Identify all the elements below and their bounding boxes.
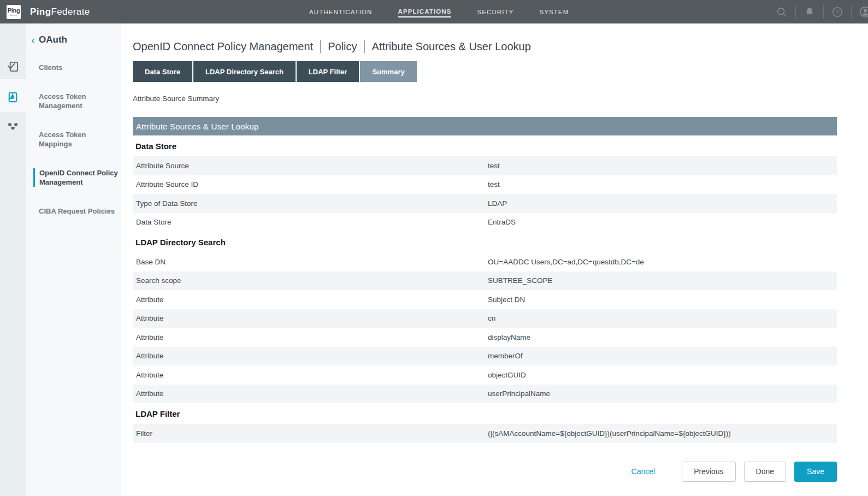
- row-label: Attribute Source ID: [136, 180, 488, 188]
- summary-description: Attribute Source Summary: [133, 95, 837, 103]
- wizard-tabs: Data Store LDAP Directory Search LDAP Fi…: [133, 61, 837, 82]
- cancel-link[interactable]: Cancel: [631, 467, 656, 476]
- row-value: LDAP: [488, 199, 837, 208]
- sidebar-item-access-token-mappings[interactable]: Access Token Mappings: [31, 130, 119, 149]
- row-label: Attribute Source: [136, 162, 488, 170]
- row-value: objectGUID: [488, 371, 837, 379]
- pencil-square-icon[interactable]: [7, 91, 19, 103]
- sidebar-item-clients[interactable]: Clients: [31, 63, 119, 72]
- nav-item-system[interactable]: SYSTEM: [539, 7, 569, 17]
- summary-row: Base DNOU=AADDC Users,DC=ad,DC=questdb,D…: [133, 252, 837, 271]
- section-title: Data Store: [135, 140, 837, 152]
- top-nav-icons: ?: [775, 0, 868, 23]
- previous-button[interactable]: Previous: [682, 462, 735, 482]
- row-value: displayName: [488, 333, 837, 341]
- logo-text: Ping: [8, 8, 20, 14]
- row-label: Type of Data Store: [136, 199, 488, 208]
- summary-row: AttributedisplayName: [133, 328, 837, 347]
- summary-panel-header: Attribute Sources & User Lookup: [133, 117, 837, 135]
- sidebar-item-access-token-management[interactable]: Access Token Management: [31, 92, 119, 110]
- summary-row: AttributeSubject DN: [133, 290, 837, 309]
- nav-item-applications[interactable]: APPLICATIONS: [398, 6, 452, 17]
- summary-row: Search scopeSUBTREE_SCOPE: [133, 271, 837, 291]
- save-button[interactable]: Save: [794, 462, 837, 482]
- sidebar-item-ciba-request-policies[interactable]: CIBA Request Policies: [31, 206, 119, 216]
- sidebar-icon-rail: [0, 23, 26, 496]
- section-title: LDAP Directory Search: [135, 237, 837, 248]
- row-label: Data Store: [136, 218, 488, 226]
- footer-actions: Cancel Previous Done Save: [133, 462, 837, 482]
- row-value: (|(sAMAccountName=${objectGUID})(userPri…: [488, 429, 837, 438]
- sidebar-back-oauth[interactable]: ‹ OAuth: [31, 34, 121, 45]
- main-content: OpenID Connect Policy Management Policy …: [121, 23, 868, 496]
- summary-row: AttributeuserPrincipalName: [133, 385, 837, 404]
- summary-row: AttributeobjectGUID: [133, 365, 837, 385]
- sidebar-section-title: OAuth: [39, 34, 67, 45]
- product-name-rest: Federate: [51, 7, 90, 17]
- done-button[interactable]: Done: [744, 462, 786, 482]
- row-label: Base DN: [136, 258, 488, 266]
- row-value: Subject DN: [488, 296, 837, 304]
- partners-heart-icon[interactable]: [7, 120, 19, 132]
- summary-row: Attributecn: [133, 309, 837, 328]
- row-value: EntraDS: [488, 218, 837, 226]
- nav-divider: [795, 5, 796, 19]
- product-name-bold: Ping: [30, 7, 51, 17]
- row-value: test: [488, 180, 837, 188]
- top-nav-bar: Ping Identity PingFederate AUTHENTICATIO…: [0, 0, 868, 23]
- logo-subtext: Identity: [10, 14, 17, 16]
- row-label: Attribute: [136, 389, 488, 398]
- chevron-left-icon: ‹: [31, 35, 35, 45]
- breadcrumb-divider: [364, 40, 365, 53]
- row-label: Attribute: [136, 352, 488, 360]
- breadcrumb-segment: OpenID Connect Policy Management: [133, 40, 313, 53]
- sidebar: ‹ OAuth Clients Access Token Management …: [0, 23, 121, 496]
- summary-row: Type of Data StoreLDAP: [133, 194, 837, 213]
- product-name: PingFederate: [30, 7, 90, 17]
- search-icon[interactable]: [775, 5, 789, 19]
- tab-ldap-filter[interactable]: LDAP Filter: [297, 61, 359, 82]
- help-icon[interactable]: ?: [830, 5, 845, 19]
- breadcrumb-segment: Policy: [328, 40, 357, 53]
- summary-row: Attribute Source IDtest: [133, 175, 837, 194]
- tab-data-store[interactable]: Data Store: [133, 61, 192, 82]
- tab-summary[interactable]: Summary: [360, 61, 416, 82]
- row-label: Attribute: [136, 371, 488, 379]
- sidebar-item-openid-connect-policy-management[interactable]: OpenID Connect Policy Management: [33, 168, 121, 187]
- sidebar-panel: ‹ OAuth Clients Access Token Management …: [26, 23, 121, 496]
- nav-item-authentication[interactable]: AUTHENTICATION: [309, 7, 373, 17]
- summary-row: AttributememberOf: [133, 347, 837, 366]
- tab-ldap-directory-search[interactable]: LDAP Directory Search: [193, 61, 296, 82]
- ping-identity-logo[interactable]: Ping Identity: [7, 5, 21, 19]
- top-nav-menu: AUTHENTICATION APPLICATIONS SECURITY SYS…: [309, 0, 569, 23]
- breadcrumb-divider: [320, 40, 321, 53]
- svg-text:?: ?: [836, 9, 839, 15]
- summary-row: Attribute Sourcetest: [133, 156, 837, 175]
- nav-divider: [823, 5, 824, 19]
- row-value: SUBTREE_SCOPE: [488, 276, 837, 285]
- row-value: cn: [488, 314, 837, 322]
- summary-sections: Data StoreAttribute SourcetestAttribute …: [133, 140, 837, 443]
- section-title: LDAP Filter: [135, 408, 837, 420]
- row-label: Attribute: [136, 333, 488, 341]
- nav-divider: [851, 5, 852, 19]
- summary-row: Data StoreEntraDS: [133, 213, 837, 232]
- row-label: Filter: [136, 429, 488, 438]
- clipboard-check-icon[interactable]: [7, 60, 19, 73]
- row-label: Attribute: [136, 314, 488, 322]
- row-value: memberOf: [488, 352, 837, 360]
- summary-row: Filter(|(sAMAccountName=${objectGUID})(u…: [133, 424, 837, 443]
- row-value: OU=AADDC Users,DC=ad,DC=questdb,DC=de: [488, 258, 837, 266]
- breadcrumb: OpenID Connect Policy Management Policy …: [133, 40, 837, 53]
- row-value: test: [488, 162, 837, 170]
- bell-icon[interactable]: [802, 5, 817, 19]
- nav-item-security[interactable]: SECURITY: [477, 7, 513, 17]
- row-value: userPrincipalName: [488, 389, 837, 398]
- breadcrumb-segment: Attribute Sources & User Lookup: [372, 40, 531, 53]
- user-icon[interactable]: [858, 5, 868, 19]
- sidebar-items: Clients Access Token Management Access T…: [31, 63, 121, 216]
- row-label: Search scope: [136, 276, 488, 285]
- row-label: Attribute: [136, 296, 488, 304]
